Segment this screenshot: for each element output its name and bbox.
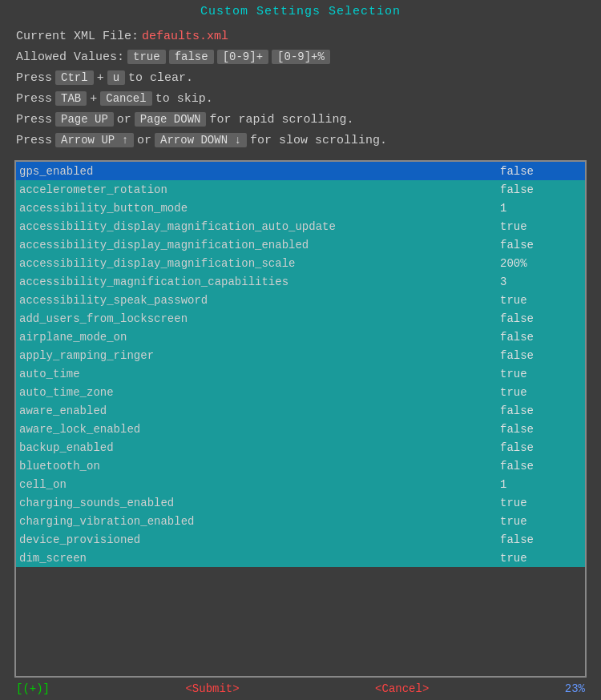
page-down-key: Page DOWN bbox=[135, 112, 207, 127]
rapid-prefix: Press bbox=[16, 113, 52, 127]
row-value: 3 bbox=[494, 276, 582, 288]
row-value: false bbox=[494, 423, 582, 436]
allowed-val-false: false bbox=[169, 50, 214, 64]
row-value: false bbox=[494, 533, 582, 546]
row-key: add_users_from_lockscreen bbox=[19, 312, 494, 325]
list-item[interactable]: accessibility_display_magnification_scal… bbox=[16, 254, 585, 272]
list-item[interactable]: apply_ramping_ringerfalse bbox=[16, 346, 585, 364]
list-item[interactable]: charging_vibration_enabledtrue bbox=[16, 512, 585, 530]
row-value: false bbox=[494, 312, 582, 325]
clear-instruction-line: Press Ctrl + u to clear. bbox=[16, 70, 585, 85]
slow-prefix: Press bbox=[16, 134, 52, 147]
row-key: accessibility_display_magnification_auto… bbox=[19, 220, 494, 233]
arrow-up-key: Arrow UP ↑ bbox=[55, 133, 134, 147]
row-value: false bbox=[494, 331, 582, 344]
ctrl-key: Ctrl bbox=[55, 70, 94, 85]
page-up-key: Page UP bbox=[55, 112, 114, 127]
rapid-scroll-line: Press Page UP or Page DOWN for rapid scr… bbox=[16, 112, 585, 127]
row-key: accessibility_display_magnification_enab… bbox=[19, 239, 494, 251]
list-item[interactable]: aware_enabledfalse bbox=[16, 401, 585, 420]
row-value: 1 bbox=[494, 202, 582, 215]
main-window: Custom Settings Selection Current XML Fi… bbox=[0, 0, 601, 700]
allowed-values-label: Allowed Values: bbox=[16, 50, 124, 64]
rapid-suffix: for rapid scrolling. bbox=[209, 113, 353, 127]
row-value: false bbox=[494, 239, 582, 251]
arrow-down-key: Arrow DOWN ↓ bbox=[155, 133, 247, 147]
row-key: aware_lock_enabled bbox=[19, 423, 494, 436]
list-item[interactable]: charging_sounds_enabledtrue bbox=[16, 493, 585, 512]
row-value: false bbox=[494, 404, 582, 417]
row-key: accessibility_button_mode bbox=[19, 202, 494, 215]
list-item[interactable]: airplane_mode_onfalse bbox=[16, 328, 585, 346]
row-key: charging_sounds_enabled bbox=[19, 497, 494, 509]
row-value: false bbox=[494, 349, 582, 362]
bottom-add-icon[interactable]: [(+)] bbox=[16, 682, 50, 695]
list-item[interactable]: aware_lock_enabledfalse bbox=[16, 420, 585, 438]
list-item[interactable]: accessibility_display_magnification_enab… bbox=[16, 235, 585, 254]
list-item[interactable]: device_provisionedfalse bbox=[16, 530, 585, 549]
row-value: true bbox=[494, 552, 582, 565]
list-item[interactable]: add_users_from_lockscreenfalse bbox=[16, 309, 585, 328]
clear-suffix: to clear. bbox=[128, 71, 193, 85]
list-item[interactable]: bluetooth_onfalse bbox=[16, 457, 585, 475]
row-value: true bbox=[494, 220, 582, 233]
cancel-button[interactable]: <Cancel> bbox=[375, 682, 429, 695]
row-value: false bbox=[494, 183, 582, 196]
content-area: Current XML File: defaults.xml Allowed V… bbox=[0, 22, 601, 154]
list-wrapper: gps_enabledfalseaccelerometer_rotationfa… bbox=[0, 154, 601, 678]
skip-prefix: Press bbox=[16, 92, 52, 106]
list-item[interactable]: auto_timetrue bbox=[16, 364, 585, 383]
row-value: 200% bbox=[494, 257, 582, 270]
allowed-val-digits: [0-9]+ bbox=[217, 50, 268, 64]
settings-list-container: gps_enabledfalseaccelerometer_rotationfa… bbox=[14, 160, 587, 678]
row-key: accelerometer_rotation bbox=[19, 183, 494, 196]
settings-list-scroll[interactable]: gps_enabledfalseaccelerometer_rotationfa… bbox=[16, 162, 585, 676]
row-key: accessibility_display_magnification_scal… bbox=[19, 257, 494, 270]
list-item[interactable]: cell_on1 bbox=[16, 475, 585, 493]
row-value: 1 bbox=[494, 478, 582, 491]
clear-prefix: Press bbox=[16, 71, 52, 85]
row-value: true bbox=[494, 294, 582, 307]
allowed-val-true: true bbox=[127, 50, 166, 64]
list-item[interactable]: dim_screentrue bbox=[16, 549, 585, 567]
row-value: true bbox=[494, 386, 582, 399]
row-key: backup_enabled bbox=[19, 441, 494, 454]
title-bar: Custom Settings Selection bbox=[0, 0, 601, 22]
xml-file-line: Current XML File: defaults.xml bbox=[16, 30, 585, 43]
row-value: true bbox=[494, 515, 582, 528]
scroll-percent: 23% bbox=[565, 682, 585, 695]
row-key: apply_ramping_ringer bbox=[19, 349, 494, 362]
list-item[interactable]: accessibility_magnification_capabilities… bbox=[16, 272, 585, 291]
row-value: false bbox=[494, 441, 582, 454]
list-item[interactable]: auto_time_zonetrue bbox=[16, 383, 585, 401]
allowed-values-line: Allowed Values: true false [0-9]+ [0-9]+… bbox=[16, 50, 585, 64]
submit-button[interactable]: <Submit> bbox=[185, 682, 239, 695]
row-key: accessibility_magnification_capabilities bbox=[19, 276, 494, 288]
row-key: auto_time_zone bbox=[19, 386, 494, 399]
row-key: auto_time bbox=[19, 368, 494, 380]
list-item[interactable]: accessibility_button_mode1 bbox=[16, 199, 585, 217]
slow-suffix: for slow scrolling. bbox=[250, 134, 387, 147]
list-item[interactable]: backup_enabledfalse bbox=[16, 438, 585, 457]
row-key: aware_enabled bbox=[19, 404, 494, 417]
skip-instruction-line: Press TAB + Cancel to skip. bbox=[16, 91, 585, 106]
row-key: charging_vibration_enabled bbox=[19, 515, 494, 528]
list-item[interactable]: gps_enabledfalse bbox=[16, 162, 585, 180]
row-key: device_provisioned bbox=[19, 533, 494, 546]
xml-filename: defaults.xml bbox=[142, 30, 228, 43]
window-title: Custom Settings Selection bbox=[200, 5, 401, 18]
row-key: airplane_mode_on bbox=[19, 331, 494, 344]
slow-scroll-line: Press Arrow UP ↑ or Arrow DOWN ↓ for slo… bbox=[16, 133, 585, 147]
list-item[interactable]: accessibility_speak_passwordtrue bbox=[16, 291, 585, 309]
row-value: false bbox=[494, 460, 582, 473]
skip-suffix: to skip. bbox=[155, 92, 213, 106]
list-item[interactable]: accelerometer_rotationfalse bbox=[16, 180, 585, 199]
cancel-key: Cancel bbox=[100, 91, 151, 106]
row-key: dim_screen bbox=[19, 552, 494, 565]
u-key: u bbox=[107, 70, 125, 85]
tab-key: TAB bbox=[55, 91, 87, 106]
row-key: bluetooth_on bbox=[19, 460, 494, 473]
row-value: false bbox=[494, 165, 582, 178]
list-item[interactable]: accessibility_display_magnification_auto… bbox=[16, 217, 585, 235]
allowed-val-digits-pct: [0-9]+% bbox=[272, 50, 330, 64]
